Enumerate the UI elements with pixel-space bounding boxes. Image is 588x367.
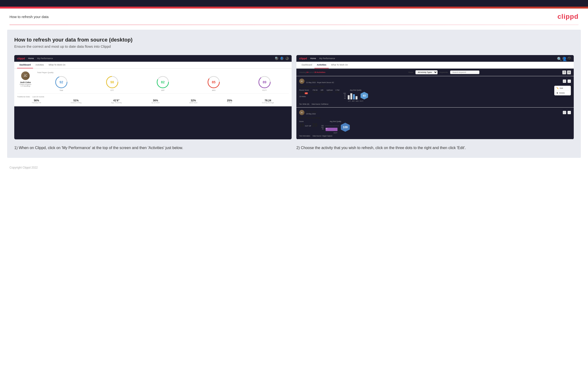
sc-player-info: JC Josh Coles United Kingdom 1.5 Handica…	[17, 71, 34, 87]
settings-icon[interactable]: ⚙	[285, 57, 289, 60]
one-putt-stat: 1 Putt 50%	[335, 89, 339, 93]
sc2-search-icon[interactable]: 🔍	[557, 57, 561, 60]
trad-stats-label: Traditional Stats · Last 20 rounds	[17, 96, 289, 98]
tab-dashboard[interactable]: Dashboard	[17, 62, 33, 68]
descriptions-row: 1) When on Clippd, click on 'My Performa…	[14, 145, 574, 151]
score-block-2: Score 19 OUT OF 20	[299, 121, 318, 128]
search-icon[interactable]: 🔍	[275, 57, 278, 60]
shot-quality-labels: OTT APP ARG PUTT	[348, 100, 363, 102]
activity-1-title: Evening round at RND	[299, 85, 571, 88]
delete-icon: 🗑	[556, 92, 558, 94]
edit-icon: ✏️	[556, 87, 559, 89]
trad-sand-save: 32% Sand Save	[189, 99, 197, 103]
keywords-label: Keywords:	[440, 71, 448, 73]
main-title: How to refresh your data from source (de…	[14, 37, 574, 43]
score-badge: +2	[305, 92, 308, 94]
list-view-icon[interactable]: ☰	[562, 70, 566, 74]
shot-quality-bar-chart-2: 109	[325, 123, 339, 132]
sc-gauges: 92 Total 98 OTT	[37, 75, 289, 91]
red-bar	[0, 7, 588, 8]
activity-card-2: JC Josh Coles 29 May 2022 💬 ··· Must mak…	[296, 108, 574, 139]
header-logo: clippd	[558, 13, 579, 20]
svg-rect-19	[326, 128, 337, 131]
sc-player-section: JC Josh Coles United Kingdom 1.5 Handica…	[17, 71, 289, 91]
sc-left-nav-performance[interactable]: My Performance	[37, 57, 53, 59]
svg-text:92: 92	[60, 80, 63, 84]
up-down-stat: Up/Down 45%	[327, 89, 333, 93]
trad-scoring-avg: 78.24 Scoring Average	[262, 99, 274, 103]
gauge-app-label: APP	[161, 90, 164, 91]
shot-quality-mini-data: 108 50 71 50	[343, 92, 346, 99]
svg-rect-15	[348, 95, 350, 100]
sc2-tab-activities[interactable]: Activities	[314, 62, 329, 68]
activity-1-user-info: Josh Coles 31 May 2022 · Royal North Dev…	[306, 79, 334, 83]
sc2-filters: Viewing 24 out of 35 Activities Show: Al…	[296, 69, 574, 76]
sc2-nav-icons: 🔍 👤 ⚙	[557, 57, 571, 60]
sc2-user-icon[interactable]: 👤	[562, 57, 566, 60]
trad-one-putt: 25% 1 Putt	[227, 99, 232, 103]
shots-value: 20	[312, 122, 317, 128]
activity-2-date: 29 May 2022	[306, 113, 317, 115]
player-name: Josh Coles	[20, 81, 31, 83]
tab-activities[interactable]: Activities	[33, 62, 46, 68]
desc-right: 2) Choose the activity that you wish to …	[296, 145, 574, 151]
delete-button[interactable]: 🗑 Delete	[554, 91, 571, 95]
sc2-settings-icon[interactable]: ⚙	[568, 57, 571, 60]
view-toggle: ☰ ⊞	[562, 70, 571, 74]
sc-trad-stats: Traditional Stats · Last 20 rounds 56% F…	[17, 93, 289, 103]
gauge-ott-svg: 98	[105, 75, 119, 89]
sc2-tab-what-to-work-on[interactable]: What To Work On	[329, 62, 350, 68]
gauge-arg-label: ARG	[212, 90, 216, 91]
gauge-putt-svg: 89	[258, 75, 271, 89]
search-input[interactable]	[450, 70, 479, 74]
sc2-tab-dashboard[interactable]: Dashboard	[299, 62, 314, 68]
activity-2-header: JC Josh Coles 29 May 2022 💬 ···	[299, 110, 571, 115]
gauge-app: 82 APP	[156, 75, 169, 91]
more-options-icon[interactable]: ···	[568, 80, 571, 83]
trad-stats-row: 56% Fairways Hit 51% Greens In Reg 41'6"…	[17, 99, 289, 103]
gauge-total-svg: 92	[55, 75, 68, 89]
player-handicap: 1.5 Handicap	[20, 85, 30, 87]
activity-2-avatar: JC	[299, 110, 304, 115]
sc2-nav-performance[interactable]: My Performance	[319, 57, 335, 59]
top-bar	[0, 0, 588, 7]
sc-left-nav-home[interactable]: Home	[28, 57, 34, 59]
sc2-logo: clippd	[299, 57, 307, 60]
activity-2-user-info: Josh Coles 29 May 2022	[306, 111, 317, 115]
context-menu: ✏️ Edit 🗑 Delete	[554, 86, 571, 95]
screenshot-right: clippd Home My Performance 🔍 👤 ⚙ Dashboa…	[296, 55, 574, 139]
activity-card-1: JC Josh Coles 31 May 2022 · Royal North …	[296, 76, 574, 108]
message-icon-2[interactable]: 💬	[563, 111, 566, 114]
gauge-app-svg: 82	[156, 75, 169, 89]
activity-1-date: 31 May 2022 · Royal North Devon GC	[306, 82, 334, 83]
sc-left-nav: clippd Home My Performance 🔍 👤 ⚙	[14, 55, 292, 62]
svg-rect-17	[353, 94, 355, 100]
gauge-ott-label: OTT	[111, 90, 114, 91]
svg-rect-16	[350, 93, 352, 100]
player-country: United Kingdom	[19, 83, 31, 85]
show-label: Show:	[408, 71, 414, 73]
sc2-nav-home[interactable]: Home	[310, 57, 316, 59]
user-icon[interactable]: 👤	[280, 57, 284, 60]
tab-what-to-work-on[interactable]: What To Work On	[46, 62, 68, 68]
activity-2-stats: Score 19 OUT OF 20 Avg Shot Quality 150	[299, 121, 571, 134]
avatar: JC	[21, 71, 30, 80]
viewing-text: Viewing 24 out of 35 Activities	[299, 71, 325, 73]
more-options-icon-2[interactable]: ···	[568, 111, 571, 114]
message-icon[interactable]: 💬	[563, 80, 566, 83]
trad-fairways: 56% Fairways Hit	[32, 99, 41, 103]
total-quality-label: Total Player Quality	[37, 71, 289, 74]
edit-button[interactable]: ✏️ Edit	[554, 86, 571, 91]
round-score-block: Round Score 74 +2 16 Holes	[299, 89, 309, 97]
svg-text:82: 82	[161, 80, 165, 84]
header: How to refresh your data clippd	[0, 8, 588, 25]
grid-view-icon[interactable]: ⊞	[567, 70, 571, 74]
activity-2-title: Must make putting	[299, 117, 571, 119]
desc-right-text: 2) Choose the activity that you wish to …	[296, 145, 574, 151]
gauge-putt: 89 PUTT	[258, 75, 271, 91]
gauge-total: 92 Total	[55, 75, 68, 91]
activity-type-select[interactable]: All Activity Types	[415, 70, 438, 74]
score-value-2: 19	[299, 123, 304, 128]
activity-1-avatar: JC	[299, 79, 304, 84]
out-of-label: OUT OF	[305, 125, 311, 127]
